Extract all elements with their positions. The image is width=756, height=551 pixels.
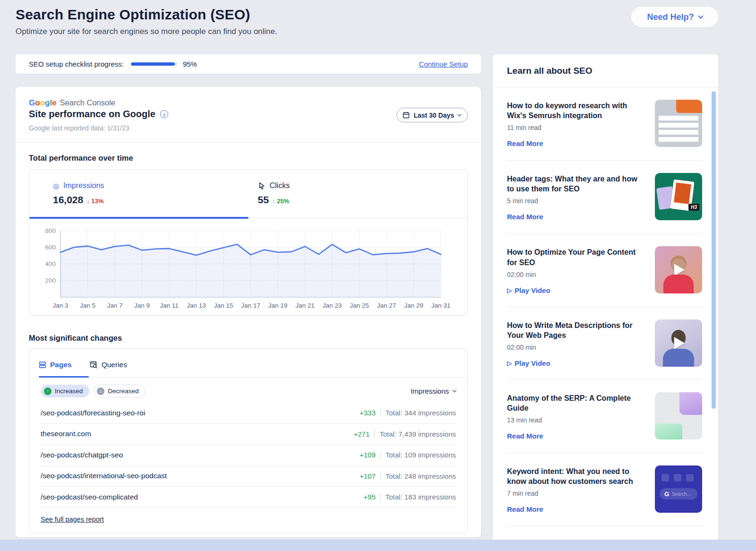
article-action-label: Play Video xyxy=(515,359,550,367)
article-meta: 02:00 min xyxy=(507,344,646,351)
article-meta: 11 min read xyxy=(507,124,646,131)
changes-tabs-row: Pages Queries xyxy=(29,349,467,378)
article-title: Header tags: What they are and how to us… xyxy=(507,174,646,194)
progress-percent: 95% xyxy=(183,60,197,68)
active-tab-indicator xyxy=(29,216,467,219)
article-action-link[interactable]: ▷ Read More xyxy=(507,213,543,221)
article-action-link[interactable]: ▷ Read More xyxy=(507,139,543,147)
svg-text:400: 400 xyxy=(45,260,56,267)
divider xyxy=(380,472,381,480)
page-path[interactable]: /seo-podcast/chatgpt-seo xyxy=(41,451,123,459)
total-impressions: Total: 109 impressions xyxy=(386,451,456,459)
svg-text:Jan 17: Jan 17 xyxy=(241,302,260,309)
changes-section-title: Most significant changes xyxy=(29,334,122,343)
pages-icon xyxy=(39,361,46,369)
article-thumbnail[interactable] xyxy=(655,246,702,293)
date-range-dropdown[interactable]: Last 30 Days xyxy=(396,108,468,122)
svg-text:Jan 19: Jan 19 xyxy=(268,302,288,309)
tab-clicks[interactable]: Clicks 55 ↑ 25% xyxy=(249,170,468,216)
article-thumbnail[interactable] xyxy=(655,100,702,147)
google-search-console-logo: Google Search Console xyxy=(29,98,115,108)
svg-text:Jan 7: Jan 7 xyxy=(107,302,122,309)
table-row: /seo-podcast/international-seo-podcast +… xyxy=(41,466,456,487)
total-impressions: Total: 248 impressions xyxy=(386,472,456,480)
seo-page-header: Search Engine Optimization (SEO) Optimiz… xyxy=(16,7,277,36)
change-value: +271 xyxy=(353,430,369,438)
article-meta: 13 min read xyxy=(507,416,646,424)
continue-setup-link[interactable]: Continue Setup xyxy=(419,60,468,68)
article-thumbnail[interactable] xyxy=(655,319,702,367)
page-path[interactable]: theseorant.com xyxy=(41,430,91,438)
metric-dropdown-label: Impressions xyxy=(411,387,449,395)
search-console-label: Search Console xyxy=(60,98,115,107)
filter-increased[interactable]: ↑ Increased xyxy=(41,385,89,397)
tab-pages-label: Pages xyxy=(50,361,72,369)
progress-bar-fill xyxy=(131,62,175,66)
tab-queries[interactable]: Queries xyxy=(90,361,127,369)
change-value: +95 xyxy=(363,493,375,501)
progress-label: SEO setup checklist progress: xyxy=(29,60,124,68)
list-item: How to Optimize Your Page Content for SE… xyxy=(507,234,702,307)
article-title: How to do keyword research with Wix's Se… xyxy=(507,101,646,121)
article-meta: 5 min read xyxy=(507,197,646,205)
page-path[interactable]: /seo-podcast/forecasting-seo-roi xyxy=(41,409,145,417)
article-action-link[interactable]: ▷ Read More xyxy=(507,505,543,513)
scrollbar[interactable] xyxy=(712,91,716,409)
list-item: Header tags: What they are and how to us… xyxy=(507,161,702,234)
article-action-label: Play Video xyxy=(515,286,550,294)
article-thumbnail[interactable]: H3 xyxy=(655,173,702,220)
article-action-label: Read More xyxy=(507,505,543,513)
google-logo-word: Google xyxy=(29,98,57,108)
impressions-label: Impressions xyxy=(63,181,104,190)
play-icon: ▷ xyxy=(507,287,512,294)
article-thumbnail[interactable] xyxy=(655,392,702,439)
play-button-icon[interactable] xyxy=(674,337,685,349)
filter-decreased[interactable]: ↓ Decreased xyxy=(94,385,145,397)
play-button-icon[interactable] xyxy=(674,264,685,276)
page-path[interactable]: /seo-podcast/seo-complicated xyxy=(41,493,138,501)
list-item: How to Write Meta Descriptions for Your … xyxy=(507,307,702,380)
table-row: /seo-podcast/seo-complicated +95 Total: … xyxy=(41,487,456,508)
article-thumbnail[interactable]: GSearch... xyxy=(655,465,702,513)
article-action-link[interactable]: ▷ Play Video xyxy=(507,286,550,294)
article-list: How to do keyword research with Wix's Se… xyxy=(493,87,718,526)
page-path[interactable]: /seo-podcast/international-seo-podcast xyxy=(41,472,167,480)
total-impressions: Total: 183 impressions xyxy=(386,493,456,501)
changes-rows: /seo-podcast/forecasting-seo-roi +333 To… xyxy=(29,403,467,508)
need-help-button[interactable]: Need Help? xyxy=(631,7,718,27)
filter-increased-label: Increased xyxy=(55,387,83,395)
article-action-link[interactable]: ▷ Play Video xyxy=(507,359,550,367)
metric-dropdown[interactable]: Impressions xyxy=(411,387,456,395)
clicks-value: 55 xyxy=(258,194,269,206)
divider xyxy=(380,451,381,459)
tab-impressions[interactable]: ◎ Impressions 16,028 ↓ 13% xyxy=(29,170,249,216)
last-reported-text: Google last reported data: 1/31/23 xyxy=(29,124,129,132)
tab-queries-label: Queries xyxy=(102,361,127,369)
chevron-down-icon xyxy=(457,112,461,116)
article-action-link[interactable]: ▷ Read More xyxy=(507,432,543,440)
date-range-label: Last 30 Days xyxy=(413,112,454,119)
svg-text:Jan 31: Jan 31 xyxy=(431,302,451,309)
divider xyxy=(380,409,381,417)
article-title: How to Write Meta Descriptions for Your … xyxy=(507,320,646,340)
play-icon: ▷ xyxy=(507,360,512,367)
article-action-label: Read More xyxy=(507,213,543,221)
svg-text:Jan 21: Jan 21 xyxy=(295,302,315,309)
cursor-icon xyxy=(258,182,266,190)
metric-tabs: ◎ Impressions 16,028 ↓ 13% Clicks 55 xyxy=(29,170,467,216)
decrease-icon: ↓ xyxy=(97,387,104,395)
chart-container: 200400600800Jan 3Jan 5Jan 7Jan 9Jan 11Ja… xyxy=(29,219,467,318)
arrow-up-icon: ↑ xyxy=(272,198,275,205)
divider xyxy=(29,377,467,378)
info-icon[interactable]: i xyxy=(160,110,168,118)
impressions-icon: ◎ xyxy=(53,182,59,189)
tab-pages[interactable]: Pages xyxy=(39,361,72,369)
list-item: How to do keyword research with Wix's Se… xyxy=(507,87,702,161)
full-report-link[interactable]: See full pages report xyxy=(41,516,104,523)
article-title: How to Optimize Your Page Content for SE… xyxy=(507,247,646,267)
filter-row: ↑ Increased ↓ Decreased Impressions xyxy=(29,378,467,403)
calendar-icon xyxy=(403,112,410,119)
page-bottom-band xyxy=(0,540,756,551)
page-title: Search Engine Optimization (SEO) xyxy=(16,7,277,23)
active-tab-underline xyxy=(39,376,89,378)
